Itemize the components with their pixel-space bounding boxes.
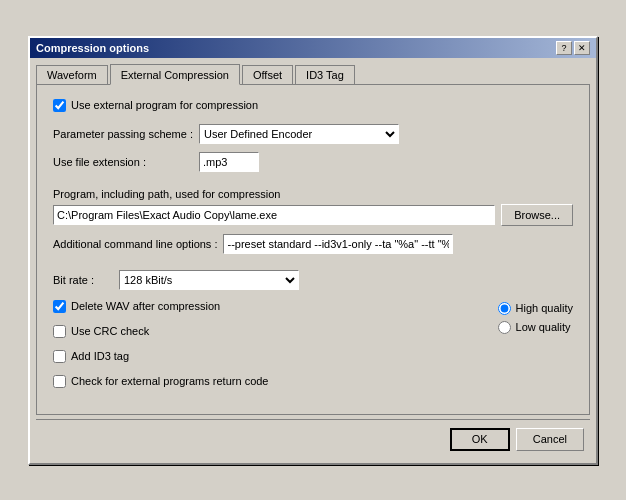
add-id3-row: Add ID3 tag <box>53 350 468 363</box>
additional-options-input[interactable] <box>223 234 453 254</box>
check-return-label: Check for external programs return code <box>71 375 268 387</box>
high-quality-radio[interactable] <box>498 302 511 315</box>
low-quality-radio[interactable] <box>498 321 511 334</box>
ok-button[interactable]: OK <box>450 428 510 451</box>
tab-bar: Waveform External Compression Offset ID3… <box>36 64 590 85</box>
file-extension-input[interactable] <box>199 152 259 172</box>
check-return-checkbox[interactable] <box>53 375 66 388</box>
bottom-buttons: OK Cancel <box>36 419 590 457</box>
compression-options-window: Compression options ? ✕ Waveform Externa… <box>28 36 598 465</box>
bitrate-select[interactable]: 32 kBit/s 64 kBit/s 96 kBit/s 128 kBit/s… <box>119 270 299 290</box>
file-extension-label: Use file extension : <box>53 156 193 168</box>
title-bar: Compression options ? ✕ <box>30 38 596 58</box>
file-extension-row: Use file extension : <box>53 152 573 172</box>
use-crc-label: Use CRC check <box>71 325 149 337</box>
bitrate-row: Bit rate : 32 kBit/s 64 kBit/s 96 kBit/s… <box>53 270 573 290</box>
use-external-row: Use external program for compression <box>53 99 573 112</box>
window-body: Waveform External Compression Offset ID3… <box>30 58 596 463</box>
parameter-scheme-row: Parameter passing scheme : User Defined … <box>53 124 573 144</box>
use-external-checkbox[interactable] <box>53 99 66 112</box>
tab-id3tag[interactable]: ID3 Tag <box>295 65 355 86</box>
use-external-label: Use external program for compression <box>71 99 258 111</box>
tab-waveform[interactable]: Waveform <box>36 65 108 86</box>
checkboxes-col: Delete WAV after compression Use CRC che… <box>53 300 468 400</box>
parameter-scheme-label: Parameter passing scheme : <box>53 128 193 140</box>
high-quality-row: High quality <box>498 302 573 315</box>
high-quality-label: High quality <box>516 302 573 314</box>
additional-options-row: Additional command line options : <box>53 234 573 254</box>
use-crc-row: Use CRC check <box>53 325 468 338</box>
add-id3-label: Add ID3 tag <box>71 350 129 362</box>
delete-wav-label: Delete WAV after compression <box>71 300 220 312</box>
parameter-scheme-select[interactable]: User Defined Encoder LAME MP3 Encoder Ne… <box>199 124 399 144</box>
program-section-label: Program, including path, used for compre… <box>53 188 573 200</box>
delete-wav-row: Delete WAV after compression <box>53 300 468 313</box>
additional-options-label: Additional command line options : <box>53 238 217 250</box>
quality-col: High quality Low quality <box>498 300 573 400</box>
delete-wav-checkbox[interactable] <box>53 300 66 313</box>
close-button[interactable]: ✕ <box>574 41 590 55</box>
cancel-button[interactable]: Cancel <box>516 428 584 451</box>
window-title: Compression options <box>36 42 149 54</box>
bitrate-label: Bit rate : <box>53 274 113 286</box>
tab-content: Use external program for compression Par… <box>36 84 590 415</box>
use-crc-checkbox[interactable] <box>53 325 66 338</box>
browse-button[interactable]: Browse... <box>501 204 573 226</box>
options-section: Delete WAV after compression Use CRC che… <box>53 300 573 400</box>
tab-offset[interactable]: Offset <box>242 65 293 86</box>
check-return-row: Check for external programs return code <box>53 375 468 388</box>
tab-external-compression[interactable]: External Compression <box>110 64 240 85</box>
program-path-input[interactable] <box>53 205 495 225</box>
add-id3-checkbox[interactable] <box>53 350 66 363</box>
low-quality-row: Low quality <box>498 321 573 334</box>
program-path-row: Browse... <box>53 204 573 226</box>
low-quality-label: Low quality <box>516 321 571 333</box>
help-button[interactable]: ? <box>556 41 572 55</box>
title-bar-controls: ? ✕ <box>556 41 590 55</box>
